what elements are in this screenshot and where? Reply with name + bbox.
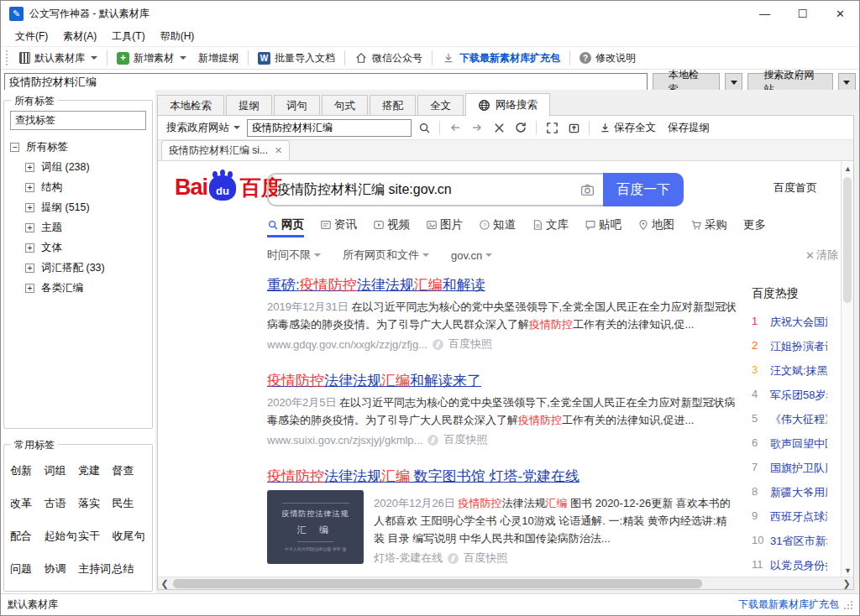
- baidu-nav-网页[interactable]: 网页: [267, 217, 304, 238]
- expand-icon[interactable]: +: [25, 163, 34, 172]
- hot-search-item[interactable]: 8新疆大爷用魔方: [752, 485, 827, 509]
- common-tag[interactable]: 改革: [10, 496, 45, 511]
- wechat-button[interactable]: 微信公众号: [349, 49, 428, 68]
- baidu-nav-更多[interactable]: 更多: [743, 217, 766, 238]
- tab-本地检索[interactable]: 本地检索: [157, 95, 224, 116]
- filter-0[interactable]: 时间不限: [267, 248, 321, 263]
- library-dropdown-button[interactable]: 默认素材库: [13, 49, 103, 68]
- snapshot-link[interactable]: 百度快照: [448, 337, 492, 352]
- resize-grip[interactable]: [844, 601, 852, 609]
- result-title-link[interactable]: 疫情防控法律法规汇编 数字图书馆 灯塔-党建在线: [267, 467, 737, 485]
- scroll-left-icon[interactable]: ❮: [158, 578, 171, 589]
- common-tag[interactable]: 收尾句: [113, 529, 147, 544]
- baidu-nav-视频[interactable]: 视频: [373, 217, 410, 238]
- expand-icon[interactable]: +: [25, 223, 34, 232]
- horizontal-scrollbar[interactable]: ❮ ❯: [158, 577, 853, 589]
- common-tag[interactable]: 实干: [78, 529, 113, 544]
- browser-page-tab[interactable]: 疫情防控材料汇编 si... ✕: [161, 140, 290, 160]
- common-tag[interactable]: 创新: [10, 463, 45, 478]
- hot-search-item[interactable]: 1031省区市新增确: [752, 534, 827, 558]
- baidu-nav-知道[interactable]: ?知道: [479, 217, 516, 238]
- collapse-icon[interactable]: −: [10, 143, 19, 152]
- common-tag[interactable]: 督查: [113, 463, 147, 478]
- common-tag[interactable]: 党建: [78, 463, 113, 478]
- baidu-nav-地图[interactable]: 地图: [637, 217, 674, 238]
- common-tag[interactable]: 主持词: [78, 561, 113, 577]
- tree-node-1[interactable]: +词组 (238): [10, 157, 146, 177]
- common-tag[interactable]: 协调: [45, 561, 79, 577]
- tab-搭配[interactable]: 搭配: [370, 95, 416, 116]
- common-tag[interactable]: 总结: [113, 561, 147, 577]
- tree-node-3[interactable]: +提纲 (515): [10, 197, 146, 217]
- baidu-search-button[interactable]: 百度一下: [603, 173, 684, 206]
- baidu-logo[interactable]: Bai du 百度: [175, 174, 282, 201]
- close-button[interactable]: ✕: [821, 1, 859, 26]
- expand-icon[interactable]: +: [25, 183, 34, 192]
- expand-icon[interactable]: +: [25, 203, 34, 212]
- search-icon[interactable]: [415, 118, 433, 137]
- result-title-link[interactable]: 疫情防控法律法规汇编和解读来了: [267, 372, 737, 389]
- save-outline-button[interactable]: 保存提纲: [663, 121, 714, 135]
- common-tag[interactable]: 古语: [45, 496, 79, 511]
- camera-icon[interactable]: [580, 183, 595, 197]
- browser-query-input[interactable]: [247, 119, 412, 137]
- tree-node-7[interactable]: +各类汇编: [10, 278, 146, 298]
- result-title-link[interactable]: 重磅:疫情防控法律法规汇编和解读: [267, 276, 737, 294]
- changelog-button[interactable]: ? 修改说明: [574, 49, 642, 68]
- common-tag[interactable]: 词组: [45, 463, 79, 478]
- common-tag[interactable]: 起始句: [45, 529, 79, 544]
- tab-词句[interactable]: 词句: [274, 95, 320, 116]
- add-outline-button[interactable]: 新增提纲: [192, 49, 244, 68]
- vscroll-thumb[interactable]: [843, 177, 852, 303]
- tab-提纲[interactable]: 提纲: [226, 95, 272, 116]
- menu-item-3[interactable]: 帮助(H): [153, 27, 202, 46]
- baidu-search-input[interactable]: [277, 182, 580, 197]
- menu-item-2[interactable]: 工具(T): [104, 27, 152, 46]
- tree-node-2[interactable]: +结构: [10, 177, 146, 197]
- filter-2[interactable]: gov.cn: [451, 248, 492, 263]
- add-material-button[interactable]: + 新增素材: [111, 49, 192, 68]
- baidu-nav-资讯[interactable]: 资讯: [320, 217, 357, 238]
- tab-网络搜索[interactable]: 网络搜索: [465, 93, 550, 116]
- baidu-nav-图片[interactable]: 图片: [426, 217, 463, 238]
- scroll-down-icon[interactable]: ▼: [842, 564, 854, 577]
- download-pack-button[interactable]: 下载最新素材库扩充包: [436, 49, 566, 68]
- tree-node-5[interactable]: +文体: [10, 238, 146, 258]
- refresh-icon[interactable]: [511, 118, 530, 137]
- baidu-home-link[interactable]: 百度首页: [773, 180, 817, 196]
- status-download-link[interactable]: 下载最新素材库扩充包: [738, 598, 839, 612]
- vertical-scrollbar[interactable]: ▲ ▼: [841, 162, 853, 577]
- maximize-button[interactable]: ☐: [784, 1, 821, 26]
- minimize-button[interactable]: —: [746, 1, 784, 26]
- scroll-right-icon[interactable]: ❯: [840, 578, 853, 589]
- back-icon[interactable]: [446, 118, 464, 137]
- menu-item-0[interactable]: 文件(F): [8, 27, 55, 46]
- tab-全文[interactable]: 全文: [417, 95, 464, 116]
- batch-import-button[interactable]: W 批量导入文档: [252, 49, 341, 68]
- expand-icon[interactable]: +: [25, 284, 34, 293]
- tab-句式[interactable]: 句式: [322, 95, 368, 116]
- open-external-icon[interactable]: [564, 118, 583, 137]
- hot-search-item[interactable]: 1庆祝大会国旗护: [752, 315, 827, 339]
- hscroll-thumb[interactable]: [173, 579, 702, 588]
- expand-icon[interactable]: +: [25, 243, 34, 253]
- common-tag[interactable]: 配合: [10, 529, 45, 544]
- baidu-nav-贴吧[interactable]: 贴吧: [585, 217, 621, 238]
- tree-node-6[interactable]: +词汇搭配 (33): [10, 258, 146, 278]
- hot-search-item[interactable]: 3汪文斌:抹黑让: [752, 363, 827, 388]
- fullscreen-icon[interactable]: [543, 118, 561, 137]
- close-tab-icon[interactable]: ✕: [275, 145, 282, 156]
- expand-icon[interactable]: +: [25, 264, 34, 273]
- stop-icon[interactable]: [490, 118, 508, 137]
- hot-search-item[interactable]: 9西班牙点球淘汰: [752, 509, 827, 534]
- forward-icon[interactable]: [468, 118, 486, 137]
- save-fulltext-button[interactable]: 保存全文: [595, 121, 660, 135]
- scroll-up-icon[interactable]: ▲: [842, 162, 854, 175]
- hot-search-item[interactable]: 5《伟大征程》这: [752, 412, 827, 436]
- baidu-nav-采购[interactable]: 采购: [690, 217, 727, 238]
- hot-search-item[interactable]: 2江姐扮演者谈张: [752, 339, 827, 363]
- engine-dropdown-button[interactable]: 搜索政府网站: [163, 119, 244, 137]
- find-tag-input[interactable]: [10, 111, 146, 130]
- common-tag[interactable]: 落实: [78, 496, 113, 511]
- snapshot-link[interactable]: 百度快照: [443, 432, 487, 447]
